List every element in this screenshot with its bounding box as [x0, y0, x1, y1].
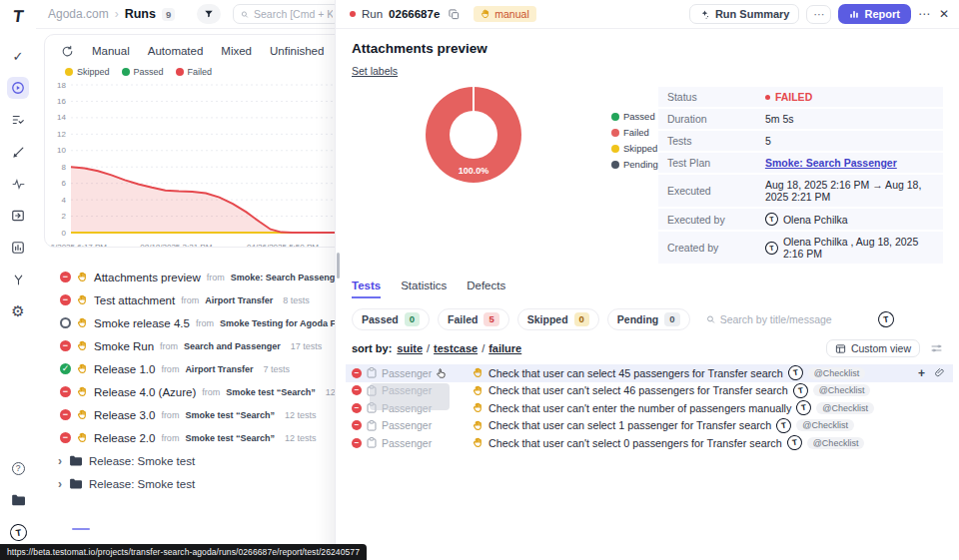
run-summary-more-button[interactable]: ⋯ — [806, 5, 831, 24]
run-title[interactable]: Attachments preview — [94, 272, 201, 283]
nav-branch-icon[interactable] — [7, 269, 29, 290]
help-icon[interactable]: ? — [7, 457, 29, 479]
run-title[interactable]: Smoke release 4.5 — [94, 317, 190, 329]
sort-link-testcase[interactable]: testcase — [434, 342, 478, 354]
sort-link-suite[interactable]: suite — [397, 342, 423, 354]
run-title[interactable]: Release 3.0 — [94, 409, 155, 421]
global-search-input[interactable] — [254, 8, 333, 20]
test-row[interactable]: −PassengerCheck that user can select 1 p… — [346, 417, 953, 435]
test-row[interactable]: −PassengerCheck that user can't select 0… — [346, 434, 953, 452]
chevron-right-icon[interactable]: › — [58, 454, 62, 468]
set-labels-link[interactable]: Set labels — [352, 65, 398, 77]
global-search[interactable] — [233, 4, 341, 24]
nav-import-icon[interactable] — [7, 205, 29, 227]
user-avatar[interactable]: T — [7, 521, 29, 543]
nav-pulse-icon[interactable] — [7, 173, 29, 195]
detail-row-executed: ExecutedAug 18, 2025 2:16 PM → Aug 18, 2… — [658, 175, 943, 207]
runs-filter-tab-manual[interactable]: Manual — [92, 45, 130, 57]
assignee-avatar[interactable]: T — [877, 310, 895, 328]
test-title[interactable]: Check that user can't select 0 passenger… — [488, 437, 782, 449]
run-title[interactable]: Smoke Run — [94, 340, 154, 352]
panel-more-icon[interactable]: ⋯ — [918, 7, 930, 21]
testomat-logo[interactable]: T — [11, 7, 24, 27]
assignee-avatar: T — [764, 241, 779, 256]
run-from-label: from — [161, 364, 179, 374]
run-from-label: from — [161, 410, 179, 420]
assignee-avatar: T — [795, 399, 812, 416]
test-title[interactable]: Check that user can select 45 passengers… — [488, 367, 783, 379]
breadcrumb-project[interactable]: Agoda.com — [48, 7, 109, 21]
tests-search[interactable] — [706, 313, 856, 325]
run-suite-link[interactable]: Airport Transfer — [205, 295, 273, 305]
sort-separator: / — [427, 342, 430, 354]
nav-report-icon[interactable] — [7, 237, 29, 259]
runs-filter-tab-unfinished[interactable]: Unfinished — [270, 45, 324, 57]
add-icon[interactable]: + — [918, 366, 925, 380]
run-overview: 100.0% PassedFailedSkippedPending Status… — [352, 87, 943, 266]
detail-row-executed-by: Executed byTOlena Pchilka — [658, 209, 943, 230]
detail-row-created-by: Created byTOlena Pchilka , Aug 18, 2025 … — [658, 232, 943, 264]
filter-pill-pending[interactable]: Pending0 — [607, 308, 690, 330]
test-row[interactable]: −PassengerCheck that user can select 45 … — [346, 364, 953, 382]
report-button[interactable]: Report — [838, 4, 910, 24]
manual-run-badge: manual — [474, 6, 535, 22]
tab-statistics[interactable]: Statistics — [401, 280, 447, 298]
copy-icon[interactable] — [449, 9, 460, 20]
svg-text:10: 10 — [57, 146, 66, 155]
run-suite-link[interactable]: Search and Passenger — [184, 341, 281, 351]
status-failed-icon: − — [352, 438, 362, 448]
filter-button[interactable] — [197, 4, 221, 24]
nav-list-check-icon[interactable] — [7, 109, 29, 131]
run-title[interactable]: Test attachment — [94, 294, 175, 306]
run-tests-count: 7 tests — [263, 364, 290, 374]
attachment-icon[interactable] — [934, 367, 945, 378]
run-tests-count: 17 tests — [291, 341, 323, 351]
svg-text:14: 14 — [57, 113, 66, 122]
test-plan-link[interactable]: Smoke: Search Passenger — [765, 157, 897, 169]
filter-pill-failed[interactable]: Failed5 — [438, 308, 509, 330]
run-summary-button[interactable]: Run Summary — [689, 4, 800, 24]
run-title[interactable]: Release 4.0 (Azure) — [94, 386, 196, 398]
breadcrumb-page[interactable]: Runs — [125, 7, 156, 21]
sort-link-failure[interactable]: failure — [488, 342, 521, 354]
test-title[interactable]: Check that user can't enter the number o… — [488, 402, 791, 414]
custom-view-button[interactable]: Custom view — [826, 339, 920, 357]
breadcrumb-separator: › — [115, 7, 119, 21]
filter-pill-skipped[interactable]: Skipped0 — [517, 308, 599, 330]
nav-settings-gear-icon[interactable]: ⚙ — [7, 300, 29, 322]
tests-search-input[interactable] — [720, 313, 856, 325]
detail-row-tests: Tests5 — [658, 131, 943, 151]
filter-pill-passed[interactable]: Passed0 — [352, 308, 430, 330]
run-tests-count: 8 tests — [283, 295, 310, 305]
nav-analytics-icon[interactable] — [7, 141, 29, 163]
run-suite-link[interactable]: Smoke test “Search” — [185, 433, 275, 443]
status-failed-icon: − — [60, 386, 71, 397]
nav-runs-icon[interactable] — [7, 77, 29, 99]
sync-icon[interactable] — [61, 45, 74, 58]
tab-defects[interactable]: Defects — [467, 280, 505, 298]
hand-icon — [480, 9, 490, 19]
pagination-indicator[interactable] — [72, 528, 90, 530]
run-suite-link[interactable]: Smoke: Search Passenger — [231, 273, 344, 282]
svg-text:04/26/2025 5:50 PM: 04/26/2025 5:50 PM — [247, 243, 319, 248]
run-suite-link[interactable]: Smoke test “Search” — [226, 387, 316, 397]
library-folder-icon[interactable] — [7, 489, 29, 511]
sliders-icon[interactable] — [930, 342, 943, 354]
tests-list: −PassengerCheck that user can select 45 … — [346, 364, 953, 452]
nav-tests-check-icon[interactable]: ✓ — [7, 45, 29, 67]
test-title[interactable]: Check that user can select 1 passenger f… — [488, 419, 771, 431]
status-failed-icon: − — [60, 294, 71, 305]
run-suite-link[interactable]: Smoke test “Search” — [185, 410, 275, 420]
run-title[interactable]: Release 1.0 — [94, 363, 155, 375]
test-title[interactable]: Check that user can't select 46 passenge… — [488, 384, 788, 396]
tab-tests[interactable]: Tests — [352, 280, 381, 298]
test-suite-label: Passenger — [382, 419, 468, 431]
panel-close-icon[interactable]: ✕ — [939, 7, 949, 21]
runs-filter-tab-mixed[interactable]: Mixed — [221, 45, 252, 57]
chevron-right-icon[interactable]: › — [58, 477, 62, 491]
run-suite-link[interactable]: Airport Transfer — [185, 364, 253, 374]
donut-legend-item-pending: Pending — [611, 159, 658, 170]
run-title[interactable]: Release 2.0 — [94, 432, 155, 444]
svg-text:18: 18 — [57, 81, 66, 90]
runs-filter-tab-automated[interactable]: Automated — [148, 45, 204, 57]
